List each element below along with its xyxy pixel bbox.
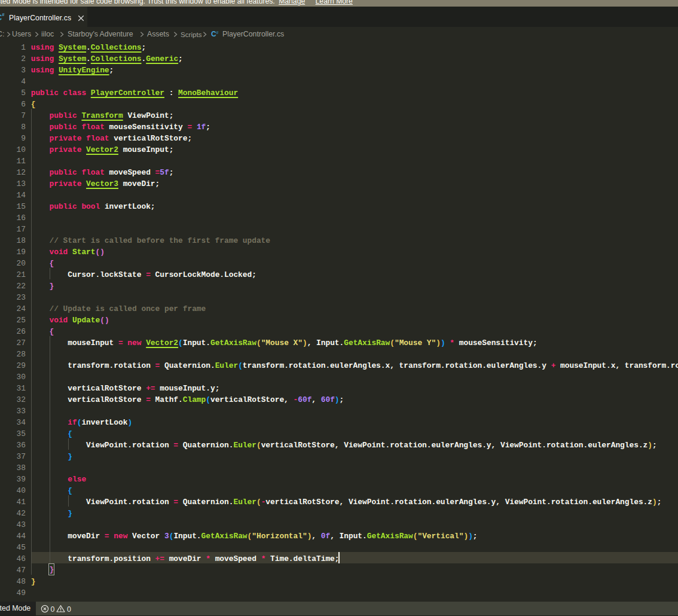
svg-text:#: # bbox=[216, 31, 218, 35]
svg-text:0: 0 bbox=[51, 605, 55, 613]
svg-text:#: # bbox=[2, 13, 5, 17]
svg-text:0: 0 bbox=[67, 605, 71, 613]
